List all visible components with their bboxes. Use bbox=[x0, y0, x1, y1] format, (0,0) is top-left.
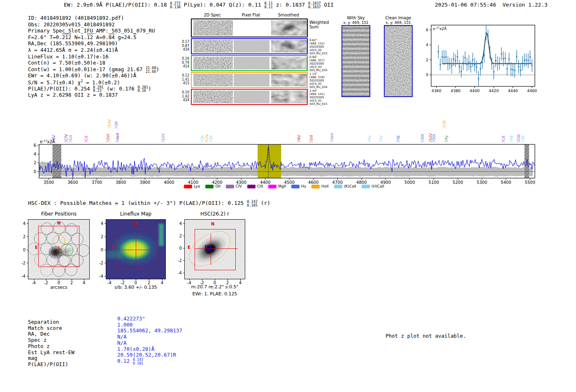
report-version: Version 1.22.3 bbox=[502, 2, 548, 8]
fiber-id-line: (469, 151) bbox=[309, 93, 338, 96]
fiber-id-line: 1.44" bbox=[309, 89, 338, 93]
y-tick-label: 6 bbox=[426, 28, 428, 32]
weight-value: 1.41 bbox=[170, 78, 189, 82]
panel-x-tick-label: -4 bbox=[107, 281, 111, 285]
line-label-name: OII bbox=[114, 121, 118, 127]
weighted-sum-label: Weighted Sum bbox=[309, 20, 329, 29]
weighted-sum-line2: Sum bbox=[309, 25, 329, 29]
smoothed-dark-blob bbox=[271, 20, 307, 36]
panel-x-tick-mark bbox=[46, 279, 46, 281]
info-line: LineFlux = 1.10(±0.17)e-16 bbox=[28, 53, 159, 60]
text-segment: A=0. bbox=[93, 34, 109, 40]
legend-swatch bbox=[291, 185, 300, 188]
lo-value: 0.1837 bbox=[308, 5, 321, 9]
hsc-sub2: EWr: 1. PLAE: 0.125 bbox=[192, 291, 237, 297]
fiber-id-line: 503_RU_015 bbox=[309, 102, 338, 106]
data-point bbox=[501, 53, 502, 55]
legend-swatch bbox=[334, 185, 342, 188]
data-point bbox=[510, 69, 511, 70]
text-segment: Cont(w) = 1.00(±0.01)e-17 (gmag 21.67 bbox=[28, 66, 146, 72]
overbar-segment: 212 bbox=[62, 34, 72, 40]
weight-value: 1.42 bbox=[170, 95, 189, 99]
text-segment: g=24. bbox=[115, 34, 133, 40]
text-segment: EW: 2.9±0.9Å P(LAE)/P(OII): 0.18 bbox=[64, 2, 170, 8]
y-tick-label: 2 bbox=[426, 58, 428, 62]
lo-value: 0.11 bbox=[264, 5, 272, 9]
match-row-value: 1.000 bbox=[117, 322, 133, 328]
panel-x-tick-label: -4 bbox=[32, 281, 36, 285]
panel-y-tick-mark bbox=[183, 236, 184, 236]
panel-y-tick-mark bbox=[183, 260, 184, 261]
legend-label: OII bbox=[215, 184, 220, 188]
fiber-id-line: 20220305 bbox=[309, 62, 338, 65]
panel-x-tick-mark bbox=[34, 279, 34, 281]
data-point bbox=[447, 63, 448, 64]
data-point bbox=[462, 62, 464, 63]
fiber-id-line: v015_03 bbox=[309, 65, 338, 69]
panel-y-tick-label: 4 bbox=[23, 221, 26, 226]
spectral-line-label: }CIII bbox=[442, 121, 446, 129]
info-line: Cont(n) = 7.50(±0.50)e-18 bbox=[28, 60, 159, 66]
data-point bbox=[499, 63, 500, 64]
y-axis-unit-label: e-17x2Å bbox=[433, 26, 447, 31]
fiber-row-weights: 0.121.41415 bbox=[170, 74, 189, 86]
col-title-smoothed: Smoothed bbox=[278, 13, 299, 17]
spec2d-strip-flat bbox=[234, 74, 269, 86]
panel-x-tick-mark bbox=[215, 279, 215, 281]
match-row-label: Est LyA rest-EW bbox=[28, 349, 74, 355]
lo-value: 0.105 bbox=[247, 204, 258, 207]
line-label-name: SiIV bbox=[107, 119, 111, 127]
text-segment: P(Lyα): 0.047 Q(z): 0.11 bbox=[181, 2, 265, 8]
text-segment: N/A bbox=[117, 334, 127, 340]
data-point bbox=[461, 71, 462, 72]
panel-y-tick-mark bbox=[183, 223, 184, 224]
spec2d-strip-raw bbox=[193, 57, 233, 70]
y-tick-label: 0 bbox=[426, 72, 428, 77]
elixer-report-page: EW: 2.9±0.9Å P(LAE)/P(OII): 0.18 0.2720.… bbox=[0, 0, 576, 392]
legend-swatch bbox=[247, 185, 255, 188]
north-label: N bbox=[211, 222, 214, 226]
stacked-hi-lo: 0.2010.16 bbox=[137, 86, 148, 93]
data-point bbox=[532, 65, 533, 66]
text-segment: LineFlux = 1.10(±0.17)e-16 bbox=[28, 53, 109, 60]
panel-x-tick-label: 2 bbox=[70, 281, 73, 285]
hsc-image-title: HSC(26.2) r bbox=[200, 211, 229, 217]
data-point bbox=[472, 59, 474, 60]
panel-x-tick-label: 2 bbox=[148, 281, 150, 285]
crosshair-h bbox=[195, 248, 238, 249]
legend-item: CIII bbox=[247, 184, 263, 188]
fiber-positions-title: Fiber Positions bbox=[41, 211, 77, 217]
data-point bbox=[495, 60, 496, 61]
text-segment: Obs: 20220305v015_4018491892 bbox=[28, 21, 115, 28]
clean-image-coords: x, y: 469, 151 bbox=[386, 21, 411, 25]
panel-y-tick-mark bbox=[27, 223, 28, 224]
info-line: Primary Spec_Slot_IFU_AMP: 503_051_079_R… bbox=[28, 28, 159, 34]
text-segment: EWr = 4.10(±0.69) (w: 2.90(±0.46))Å bbox=[28, 72, 136, 79]
legend-label: MgII bbox=[278, 184, 286, 188]
lineflux-map-image: NE bbox=[106, 219, 166, 279]
data-point bbox=[455, 60, 456, 61]
col-title-2d-spec: 2D Spec bbox=[204, 13, 221, 17]
match-row-value: 0.12 0.1430.101 bbox=[117, 358, 143, 365]
panel-x-tick-label: 4 bbox=[83, 281, 85, 285]
sky-noise-overlay bbox=[342, 26, 369, 96]
clean-image-title: Clean Image bbox=[386, 16, 411, 20]
legend-label: HeII bbox=[321, 184, 329, 188]
data-point bbox=[506, 68, 508, 70]
legend-label: (H)CaII bbox=[372, 184, 384, 188]
spec2d-strip-flat bbox=[234, 40, 269, 53]
stacked-hi-lo: 0.2720.138 bbox=[170, 2, 181, 9]
overbar-segment: 12 bbox=[87, 34, 93, 40]
info-line: λ = 4412.65Å σ = 2.24(±0.41)Å bbox=[28, 47, 159, 53]
noise-envelope bbox=[39, 162, 533, 177]
text-segment: N/A bbox=[117, 340, 127, 346]
east-label: E bbox=[35, 245, 38, 250]
photz-note: Phot z plot not available. bbox=[386, 333, 466, 339]
clean-noise-texture bbox=[385, 26, 412, 96]
panel-x-tick-mark bbox=[59, 279, 59, 281]
text-segment: P(LAE)/P(OII): 0.254 bbox=[28, 86, 93, 92]
data-point bbox=[446, 56, 447, 58]
info-line: LyA z = 2.6298 OII z = 0.1837 bbox=[28, 92, 159, 98]
panel-y-tick-mark bbox=[105, 263, 106, 263]
text-segment: 20.59(20.52,20.67)R bbox=[117, 352, 176, 358]
